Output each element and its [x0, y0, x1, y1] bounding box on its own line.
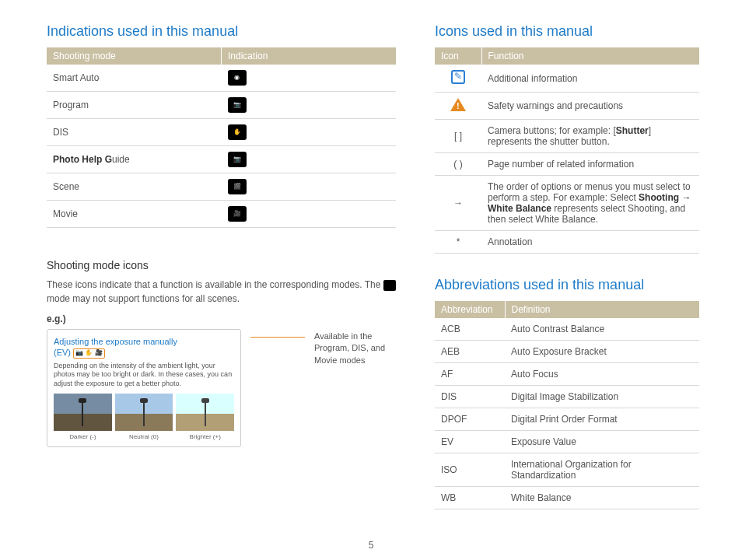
thumb-neutral: Neutral (0) — [115, 394, 173, 440]
table-row: AEBAuto Exposure Bracket — [435, 341, 699, 363]
col-indication: Indication — [222, 47, 397, 65]
table-row: Photo Help Guide 📷 — [47, 146, 396, 173]
icon-desc: Page number of related information — [481, 153, 699, 176]
thumb-darker: Darker (-) — [54, 394, 112, 440]
mode-icon-cell: ✋ — [222, 119, 397, 146]
abbr-cell: ISO — [435, 453, 505, 487]
icon-desc: Additional information — [481, 65, 699, 93]
table-row: Movie 🎥 — [47, 201, 396, 228]
table-row: ISOInternational Organization for Standa… — [435, 453, 699, 487]
info-icon — [451, 70, 465, 84]
callout-text: Available in the Program, DIS, and Movie… — [314, 331, 396, 366]
table-row: DPOFDigital Print Order Format — [435, 408, 699, 431]
def-cell: Exposure Value — [505, 431, 699, 453]
col-function: Function — [481, 47, 699, 65]
mode-name: Photo Help Guide — [47, 146, 222, 173]
icon-desc: Camera buttons; for example: [Shutter] r… — [481, 120, 699, 153]
mode-icon-cell: 🎥 — [222, 201, 397, 228]
left-column: Indications used in this manual Shooting… — [47, 23, 396, 509]
col-shooting-mode: Shooting mode — [47, 47, 222, 65]
icon-desc: Annotation — [481, 231, 699, 254]
example-desc: Depending on the intensity of the ambien… — [54, 362, 234, 389]
def-cell: Auto Contrast Balance — [505, 318, 699, 341]
def-cell: Auto Exposure Bracket — [505, 341, 699, 363]
col-abbr: Abbreviation — [435, 301, 505, 318]
abbr-cell: AEB — [435, 341, 505, 363]
table-row: [ ] Camera buttons; for example: [Shutte… — [435, 120, 699, 153]
def-cell: White Balance — [505, 487, 699, 509]
heading-icons: Icons used in this manual — [435, 23, 699, 40]
eg-label: e.g.) — [47, 313, 396, 324]
brackets-icon: [ ] — [435, 120, 481, 153]
icon-desc: Safety warnings and precautions — [481, 93, 699, 120]
movie-icon: 🎥 — [228, 206, 247, 222]
callout-line — [250, 337, 305, 338]
parens-icon: ( ) — [435, 153, 481, 176]
subheading-shooting-mode-icons: Shooting mode icons — [47, 259, 396, 271]
paragraph-shooting-mode: These icons indicate that a function is … — [47, 278, 396, 306]
abbr-cell: ACB — [435, 318, 505, 341]
scene-icon: 🎬 — [228, 179, 247, 194]
heading-abbreviations: Abbreviations used in this manual — [435, 277, 699, 293]
abbr-cell: DIS — [435, 386, 505, 408]
mode-badges: 📷 ✋ 🎥 — [73, 348, 104, 358]
table-row: DIS ✋ — [47, 119, 396, 146]
table-indications: Shooting mode Indication Smart Auto ◉ Pr… — [47, 47, 396, 228]
mode-icon-cell: 📷 — [222, 92, 397, 119]
mode-name: Scene — [47, 173, 222, 201]
mode-icon-cell: 🎬 — [222, 173, 397, 201]
guide-icon: 📷 — [228, 152, 247, 167]
table-row: * Annotation — [435, 231, 699, 254]
example-thumbs: Darker (-) Neutral (0) Brighter (+) — [54, 394, 234, 440]
table-row: Scene 🎬 — [47, 173, 396, 201]
example-title: Adjusting the exposure manually (EV) 📷 ✋… — [54, 336, 234, 359]
table-row: Smart Auto ◉ — [47, 65, 396, 92]
table-row: Program 📷 — [47, 92, 396, 119]
icon-desc: The order of options or menus you must s… — [481, 176, 699, 231]
warning-icon — [450, 98, 466, 111]
abbr-cell: EV — [435, 431, 505, 453]
table-icons: Icon Function Additional information Saf… — [435, 47, 699, 254]
abbr-cell: WB — [435, 487, 505, 509]
right-column: Icons used in this manual Icon Function … — [435, 23, 699, 509]
example-box: Adjusting the exposure manually (EV) 📷 ✋… — [47, 329, 241, 447]
table-row: Safety warnings and precautions — [435, 93, 699, 120]
def-cell: Auto Focus — [505, 363, 699, 386]
def-cell: Digital Print Order Format — [505, 408, 699, 431]
table-row: AFAuto Focus — [435, 363, 699, 386]
dis-icon: ✋ — [228, 124, 247, 140]
abbr-cell: AF — [435, 363, 505, 386]
table-row: Additional information — [435, 65, 699, 93]
col-def: Definition — [505, 301, 699, 318]
page-number: 5 — [369, 540, 374, 551]
col-icon: Icon — [435, 47, 481, 65]
mode-icon-cell: 📷 — [222, 146, 397, 173]
mode-name: Program — [47, 92, 222, 119]
heading-indications: Indications used in this manual — [47, 23, 396, 40]
smart-auto-icon: ◉ — [228, 70, 247, 86]
table-row: WBWhite Balance — [435, 487, 699, 509]
mode-name: Movie — [47, 201, 222, 228]
scene-inline-icon — [383, 280, 396, 291]
thumb-brighter: Brighter (+) — [176, 394, 234, 440]
table-row: ACBAuto Contrast Balance — [435, 318, 699, 341]
table-row: ( ) Page number of related information — [435, 153, 699, 176]
program-icon: 📷 — [228, 97, 247, 113]
mode-icon-cell: ◉ — [222, 65, 397, 92]
table-row: → The order of options or menus you must… — [435, 176, 699, 231]
arrow-icon: → — [435, 176, 481, 231]
table-row: EVExposure Value — [435, 431, 699, 453]
def-cell: International Organization for Standardi… — [505, 453, 699, 487]
table-abbreviations: Abbreviation Definition ACBAuto Contrast… — [435, 301, 699, 509]
mode-name: Smart Auto — [47, 65, 222, 92]
abbr-cell: DPOF — [435, 408, 505, 431]
mode-name: DIS — [47, 119, 222, 146]
def-cell: Digital Image Stabilization — [505, 386, 699, 408]
table-row: DISDigital Image Stabilization — [435, 386, 699, 408]
asterisk-icon: * — [435, 231, 481, 254]
